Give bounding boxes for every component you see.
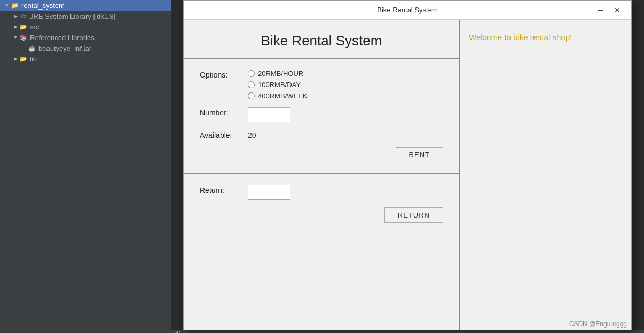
sidebar-item-src[interactable]: ▶ 📂 src	[0, 21, 171, 32]
available-label: Available:	[200, 130, 248, 140]
welcome-text: Welcome to bike rental shop!	[469, 33, 623, 42]
sidebar-item-lib[interactable]: ▶ 📂 lib	[0, 53, 171, 64]
ref-libs-label: Referenced Libraries	[30, 34, 95, 42]
radio-week[interactable]	[248, 92, 255, 99]
right-area: Bike Rental System ─ ✕ Bike Rental Syste…	[171, 0, 644, 333]
number-row: Number:	[200, 107, 443, 122]
return-section: Return: RETURN	[184, 174, 459, 234]
bike-rental-dialog: Bike Rental System ─ ✕ Bike Rental Syste…	[183, 0, 632, 330]
sidebar: ▼ 📁 rental_system ▶ 🗂 JRE System Library…	[0, 0, 171, 333]
lib-folder-icon: 📂	[19, 55, 28, 63]
radio-option-week[interactable]: 400RMB/WEEK	[248, 92, 307, 100]
watermark: CSDN @Engureggg	[569, 320, 627, 328]
sidebar-item-beautyeye[interactable]: ▶ ☕ beautyeye_lnf.jar	[0, 43, 171, 53]
sidebar-item-ref-libs[interactable]: ▼ 📚 Referenced Libraries	[0, 32, 171, 43]
dialog-wrapper: Bike Rental System ─ ✕ Bike Rental Syste…	[171, 0, 644, 330]
return-label: Return:	[200, 185, 248, 195]
sidebar-project-root[interactable]: ▼ 📁 rental_system	[0, 0, 171, 11]
beautyeye-label: beautyeye_lnf.jar	[38, 44, 91, 52]
asterisk-indicator: *	[186, 330, 188, 333]
dialog-body: Bike Rental System Options: 20RMB/HOUR	[184, 20, 631, 330]
project-name: rental_system	[21, 2, 65, 10]
dialog-right-panel: Welcome to bike rental shop!	[460, 20, 631, 330]
radio-day[interactable]	[248, 81, 255, 88]
radio-option-hour[interactable]: 20RMB/HOUR	[248, 69, 307, 78]
src-folder-icon: 📂	[19, 22, 28, 31]
dialog-controls: ─ ✕	[593, 5, 625, 16]
dialog-title: Bike Rental System	[222, 6, 593, 14]
options-label: Options:	[200, 69, 248, 79]
radio-hour-label: 20RMB/HOUR	[258, 69, 303, 78]
arrow-icon-lib: ▶	[13, 56, 18, 61]
radio-day-label: 100RMB/DAY	[258, 81, 301, 89]
rent-button[interactable]: RENT	[396, 147, 443, 162]
rent-section: Options: 20RMB/HOUR 100RMB/DAY	[184, 59, 459, 174]
lib-label: lib	[30, 55, 37, 63]
minimize-button[interactable]: ─	[593, 5, 608, 16]
radio-week-label: 400RMB/WEEK	[258, 92, 307, 100]
arrow-icon-src: ▶	[13, 24, 18, 29]
close-button[interactable]: ✕	[610, 5, 625, 16]
arrow-icon-jre: ▶	[13, 13, 18, 19]
available-value: 20	[248, 130, 256, 140]
options-row: Options: 20RMB/HOUR 100RMB/DAY	[200, 69, 443, 100]
arrow-icon: ▼	[4, 3, 10, 8]
radio-group: 20RMB/HOUR 100RMB/DAY 400RMB/WEEK	[248, 69, 307, 100]
return-input[interactable]	[248, 185, 290, 200]
number-label: Number:	[200, 107, 248, 117]
src-label: src	[30, 23, 39, 31]
available-row: Available: 20	[200, 130, 443, 140]
return-button[interactable]: RETURN	[384, 207, 443, 223]
rent-btn-row: RENT	[200, 147, 443, 162]
radio-hour[interactable]	[248, 70, 255, 77]
library-icon: 🗂	[19, 12, 28, 20]
project-icon: 📁	[11, 1, 19, 10]
jar-icon: ☕	[28, 44, 36, 52]
arrow-icon-reflibs: ▼	[13, 35, 18, 40]
dialog-left-panel: Bike Rental System Options: 20RMB/HOUR	[184, 20, 460, 330]
radio-option-day[interactable]: 100RMB/DAY	[248, 81, 307, 89]
sidebar-item-jre[interactable]: ▶ 🗂 JRE System Library [jdk1.8]	[0, 11, 171, 21]
number-input[interactable]	[248, 107, 290, 122]
status-bar: 41 *	[171, 330, 644, 333]
return-row: Return:	[200, 185, 443, 200]
dialog-titlebar: Bike Rental System ─ ✕	[184, 1, 631, 20]
return-btn-row: RETURN	[200, 207, 443, 223]
dialog-main-header: Bike Rental System	[184, 20, 459, 59]
line-number: 41	[175, 330, 182, 333]
jre-label: JRE System Library [jdk1.8]	[30, 12, 115, 20]
ref-libs-icon: 📚	[19, 33, 28, 42]
